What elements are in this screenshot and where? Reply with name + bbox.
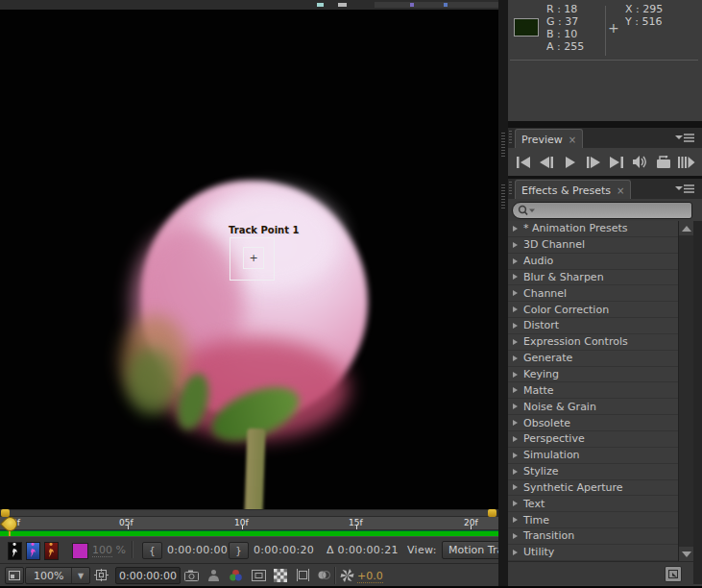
- fast-preview-icon[interactable]: [315, 568, 332, 582]
- tab-preview[interactable]: Preview ×: [515, 129, 583, 149]
- exposure-value[interactable]: +0.0: [357, 570, 383, 583]
- track-point-feature-region[interactable]: +: [243, 247, 264, 269]
- category-animation-presets[interactable]: * Animation Presets: [508, 221, 678, 237]
- expander-icon[interactable]: [513, 387, 518, 393]
- shuttle-button[interactable]: [677, 154, 696, 171]
- work-area-end-handle[interactable]: [488, 509, 496, 517]
- out-point-timecode[interactable]: 0:00:00:20: [254, 544, 314, 556]
- category-obsolete[interactable]: Obsolete: [508, 415, 678, 431]
- expander-icon[interactable]: [513, 290, 518, 296]
- panel-divider[interactable]: [498, 0, 508, 588]
- expander-icon[interactable]: [513, 306, 518, 312]
- chevron-down-icon[interactable]: ▼: [71, 568, 89, 583]
- category-expression-controls[interactable]: Expression Controls: [508, 334, 678, 351]
- expander-icon[interactable]: [513, 469, 518, 475]
- time-ruler[interactable]: 0f 05f 10f 15f 20f: [0, 517, 498, 530]
- close-icon[interactable]: ×: [569, 135, 576, 145]
- category-matte[interactable]: Matte: [508, 382, 678, 399]
- info-alpha: A : 255: [546, 40, 584, 53]
- in-point-timecode[interactable]: 0:00:00:00: [167, 544, 228, 556]
- category-text[interactable]: Text: [508, 496, 678, 512]
- show-snapshot-icon[interactable]: [205, 568, 222, 582]
- expander-icon[interactable]: [513, 226, 518, 232]
- category-transition[interactable]: Transition: [508, 528, 678, 545]
- category-utility[interactable]: Utility: [508, 545, 678, 561]
- channel-thumbnail-red[interactable]: [44, 542, 59, 560]
- panel-grip[interactable]: [509, 182, 512, 196]
- set-out-point-button[interactable]: }: [229, 542, 249, 559]
- expander-icon[interactable]: [513, 550, 518, 555]
- previous-frame-button[interactable]: [537, 154, 556, 171]
- category-perspective[interactable]: Perspective: [508, 431, 678, 448]
- category-generate[interactable]: Generate: [508, 351, 678, 367]
- always-preview-button[interactable]: [5, 567, 24, 584]
- scroll-down-button[interactable]: [679, 547, 694, 561]
- new-folder-grip-icon[interactable]: [665, 566, 682, 582]
- close-icon[interactable]: ×: [617, 185, 624, 196]
- panel-menu-icon[interactable]: [675, 184, 694, 194]
- expander-icon[interactable]: [513, 242, 518, 248]
- category-color-correction[interactable]: Color Correction: [508, 302, 678, 318]
- snapshot-camera-icon[interactable]: [182, 568, 200, 582]
- expander-icon[interactable]: [513, 274, 518, 280]
- category-audio[interactable]: Audio: [508, 254, 678, 270]
- channel-thumbnail-rgb[interactable]: [26, 542, 40, 560]
- track-point-crosshair[interactable]: +: [244, 248, 263, 268]
- transparency-grid-icon[interactable]: [272, 568, 289, 582]
- category-3d-channel[interactable]: 3D Channel: [508, 237, 678, 254]
- expander-icon[interactable]: [513, 404, 518, 409]
- track-point-search-region[interactable]: +: [230, 237, 275, 281]
- exposure-icon[interactable]: [338, 568, 355, 582]
- category-blur-sharpen[interactable]: Blur & Sharpen: [508, 270, 678, 286]
- category-noise-grain[interactable]: Noise & Grain: [508, 399, 678, 415]
- tab-effects-presets[interactable]: Effects & Presets ×: [515, 180, 631, 200]
- search-icon: [517, 205, 536, 216]
- expander-icon[interactable]: [513, 533, 518, 539]
- category-distort[interactable]: Distort: [508, 318, 678, 334]
- effects-search-input[interactable]: [512, 202, 692, 219]
- resolution-icon[interactable]: [250, 568, 267, 582]
- current-time-display[interactable]: 0:00:00:00: [115, 567, 181, 584]
- category-stylize[interactable]: Stylize: [508, 464, 678, 480]
- panel-grip[interactable]: [509, 131, 512, 145]
- expander-icon[interactable]: [513, 453, 518, 458]
- pixel-aspect-icon[interactable]: [294, 568, 311, 582]
- category-time[interactable]: Time: [508, 512, 678, 528]
- magnification-dropdown[interactable]: 100% ▼: [25, 567, 90, 584]
- ram-preview-button[interactable]: [654, 154, 673, 171]
- layer-timeline[interactable]: 0f 05f 10f 15f 20f: [0, 509, 498, 536]
- expander-icon[interactable]: [513, 258, 518, 264]
- effects-scrollbar[interactable]: [678, 221, 694, 561]
- panel-menu-icon[interactable]: [675, 133, 694, 143]
- ruler-tick: [128, 526, 129, 529]
- channel-thumbnail-luma[interactable]: [8, 542, 22, 560]
- expander-icon[interactable]: [513, 323, 518, 329]
- play-button[interactable]: [561, 154, 580, 171]
- audio-toggle-button[interactable]: [630, 154, 649, 171]
- expander-icon[interactable]: [513, 355, 518, 361]
- work-area-span[interactable]: [8, 510, 489, 516]
- expander-icon[interactable]: [513, 420, 518, 426]
- category-simulation[interactable]: Simulation: [508, 448, 678, 464]
- layer-viewer-canvas[interactable]: Track Point 1 +: [0, 10, 498, 509]
- category-channel[interactable]: Channel: [508, 285, 678, 302]
- show-channel-icon[interactable]: [227, 568, 244, 582]
- opacity-value[interactable]: 100 %: [92, 544, 126, 556]
- category-synthetic-aperture[interactable]: Synthetic Aperture: [508, 480, 678, 497]
- expander-icon[interactable]: [513, 501, 518, 506]
- expander-icon[interactable]: [513, 372, 518, 378]
- expander-icon[interactable]: [513, 339, 518, 345]
- expander-icon[interactable]: [513, 484, 518, 490]
- ruler-label: 05f: [119, 518, 133, 527]
- last-frame-button[interactable]: [607, 154, 626, 171]
- set-in-point-button[interactable]: {: [142, 542, 162, 559]
- grid-guides-button[interactable]: [92, 568, 109, 582]
- expander-icon[interactable]: [513, 436, 518, 442]
- next-frame-button[interactable]: [584, 154, 603, 171]
- first-frame-button[interactable]: [514, 154, 533, 171]
- after-effects-window: Track Point 1 + 0f 05f 10f 15f 20f: [0, 0, 702, 588]
- category-keying[interactable]: Keying: [508, 367, 678, 383]
- scroll-up-button[interactable]: [679, 221, 694, 235]
- color-swatch[interactable]: [72, 543, 88, 559]
- expander-icon[interactable]: [513, 517, 518, 523]
